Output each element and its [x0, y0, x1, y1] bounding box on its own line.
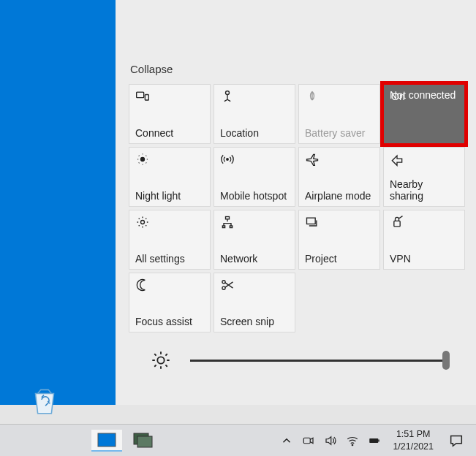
- svg-rect-0: [137, 92, 144, 98]
- taskbar-clock[interactable]: 1:51 PM 1/21/2021: [393, 428, 434, 452]
- tile-label: All settings: [135, 253, 204, 265]
- night-light-icon: [135, 152, 150, 167]
- svg-rect-7: [307, 218, 316, 224]
- taskbar-time: 1:51 PM: [393, 428, 434, 440]
- hotspot-icon: [220, 152, 235, 167]
- svg-point-11: [157, 357, 164, 363]
- tile-vpn[interactable]: VPN: [383, 210, 465, 270]
- network-icon: [220, 215, 235, 229]
- svg-rect-12: [98, 433, 116, 446]
- tray-notifications-icon[interactable]: [448, 433, 464, 449]
- tray-meet-now-icon[interactable]: [302, 434, 315, 447]
- collapse-link[interactable]: Collapse: [130, 63, 173, 75]
- tile-screen-snip[interactable]: Screen snip: [214, 273, 295, 332]
- tile-network[interactable]: Network: [214, 210, 295, 270]
- tile-airplane-mode[interactable]: Airplane mode: [298, 147, 380, 207]
- tile-label: Network: [220, 253, 289, 265]
- tile-focus-assist[interactable]: Focus assist: [129, 273, 211, 332]
- desktop-background-strip: [0, 0, 116, 405]
- taskbar-app-desktop[interactable]: [91, 430, 122, 452]
- tile-label: Airplane mode: [305, 190, 374, 202]
- svg-rect-14: [137, 436, 152, 447]
- svg-rect-1: [145, 95, 148, 101]
- leaf-icon: [305, 89, 320, 104]
- taskbar-date: 1/21/2021: [393, 441, 434, 452]
- settings-gear-icon: [135, 215, 150, 229]
- nearby-sharing-icon: [390, 152, 404, 167]
- tile-connect[interactable]: Connect: [129, 84, 211, 144]
- tile-project[interactable]: Project: [298, 210, 380, 270]
- moon-icon: [135, 278, 150, 292]
- tile-label: Mobile hotspot: [220, 190, 289, 202]
- brightness-slider-row: [151, 350, 458, 370]
- tile-label: Connect: [135, 127, 204, 139]
- tile-nearby-sharing[interactable]: Nearby sharing: [383, 147, 465, 207]
- tile-label: Location: [220, 127, 289, 139]
- tile-bluetooth[interactable]: On Not connected: [383, 84, 465, 144]
- svg-rect-18: [379, 439, 380, 441]
- location-icon: [220, 89, 235, 104]
- tile-night-light[interactable]: Night light: [129, 147, 211, 207]
- svg-rect-15: [304, 438, 311, 444]
- tile-label: Battery saver: [305, 127, 374, 139]
- tray-volume-icon[interactable]: [324, 434, 337, 447]
- connect-icon: [135, 89, 150, 104]
- svg-point-2: [226, 91, 230, 95]
- taskbar-app-taskview[interactable]: [128, 430, 159, 452]
- taskbar-right: 1:51 PM 1/21/2021: [280, 428, 476, 452]
- svg-point-3: [141, 158, 145, 162]
- tile-status-top: On: [391, 91, 405, 102]
- tile-label: Project: [305, 253, 374, 265]
- taskbar-left: [91, 430, 159, 452]
- quick-action-tiles: Connect Location Battery saver On Not co…: [129, 84, 467, 332]
- svg-point-16: [352, 444, 354, 446]
- tile-label: Night light: [135, 190, 204, 202]
- svg-rect-17: [370, 438, 379, 443]
- brightness-sun-icon: [151, 350, 171, 370]
- recycle-bin-desktop-icon[interactable]: [26, 383, 63, 419]
- action-center-panel: Collapse Connect Location Battery saver …: [116, 0, 476, 405]
- tile-label: VPN: [390, 253, 458, 265]
- taskbar: 1:51 PM 1/21/2021: [0, 424, 476, 456]
- tray-wifi-icon[interactable]: [346, 434, 359, 447]
- tile-mobile-hotspot[interactable]: Mobile hotspot: [214, 147, 295, 207]
- project-icon: [305, 215, 320, 229]
- airplane-icon: [305, 152, 320, 167]
- tile-label: Screen snip: [220, 316, 289, 327]
- brightness-slider-thumb[interactable]: [442, 351, 450, 370]
- svg-point-4: [227, 159, 229, 161]
- scissors-icon: [220, 278, 235, 292]
- tray-chevron-up-icon[interactable]: [280, 434, 293, 447]
- svg-rect-6: [226, 217, 230, 219]
- tray-battery-icon[interactable]: [368, 434, 381, 447]
- brightness-slider[interactable]: [190, 360, 447, 362]
- vpn-icon: [390, 215, 404, 229]
- tile-label: Focus assist: [135, 316, 204, 327]
- tile-all-settings[interactable]: All settings: [129, 210, 211, 270]
- tile-battery-saver[interactable]: Battery saver: [298, 84, 380, 144]
- tile-location[interactable]: Location: [214, 84, 295, 144]
- tile-label: Nearby sharing: [390, 178, 458, 202]
- svg-rect-8: [394, 221, 400, 227]
- svg-point-5: [141, 221, 145, 224]
